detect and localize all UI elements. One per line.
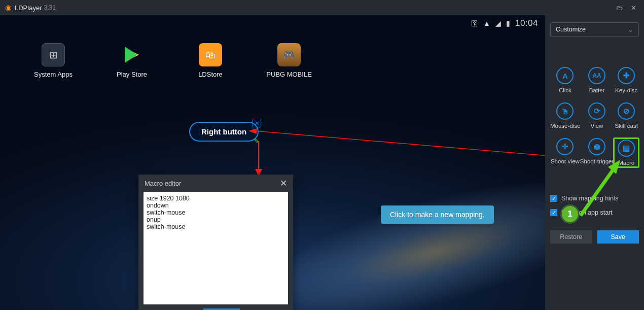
checkbox-icon: ✓ (550, 195, 557, 202)
tool-label: Click (559, 87, 571, 93)
mapping-tip: Click to make a new mapping. (381, 205, 494, 224)
tool-shoot-view-icon: ✛ (556, 138, 574, 155)
mapping-chip-right-button[interactable]: Right button (189, 122, 259, 142)
macro-editor-textarea[interactable] (144, 192, 288, 304)
chip-delete-icon[interactable]: ✕ (253, 119, 261, 127)
signal-icon: ◢ (495, 19, 501, 27)
tool-label: View (591, 123, 603, 129)
keymap-sidebar: Customize ⌄ AClick AABatter ✚Key-disc 🖱M… (545, 15, 644, 310)
tool-view-icon: ⟳ (588, 102, 605, 120)
tool-label: Skill cast (615, 123, 637, 129)
checkbox-icon: ✓ (550, 209, 557, 216)
tool-shoot-trigger-icon: ◉ (588, 138, 605, 155)
tool-click[interactable]: AClick (550, 67, 580, 93)
app-play-store[interactable]: Play Store (114, 43, 150, 78)
side-buttons: Restore Save (550, 230, 639, 244)
app-label: System Apps (34, 71, 73, 78)
dropdown-label: Customize (556, 26, 586, 33)
tool-label: Key-disc (615, 87, 637, 93)
folder-apps-icon: ⊞ (49, 49, 58, 61)
macro-editor-header: Macro editor ✕ (138, 175, 293, 192)
emulator-screen[interactable]: ⚿ ▲ ◢ ▮ 10:04 ⊞ System Apps Play Store 🛍… (0, 15, 545, 310)
tool-macro[interactable]: ▤Macro (614, 138, 639, 167)
ldstore-icon: 🛍 (205, 49, 216, 61)
tool-skill-cast-icon: ⊘ (618, 102, 635, 120)
annotation-arrow-down (251, 141, 266, 177)
close-icon[interactable]: ✕ (628, 2, 639, 13)
annotation-badge-1: 1 (562, 206, 578, 222)
check-label: Show mapping hints (561, 195, 619, 202)
restore-button[interactable]: Restore (550, 230, 592, 244)
svg-marker-0 (125, 47, 137, 63)
macro-save-button[interactable]: Save (203, 308, 241, 311)
tool-key-disc-icon: ✚ (618, 67, 635, 84)
tool-skill-cast[interactable]: ⊘Skill cast (614, 102, 639, 129)
android-status-bar: ⚿ ▲ ◢ ▮ 10:04 (471, 18, 538, 28)
app-title: LDPlayer (15, 4, 42, 12)
desktop-icons: ⊞ System Apps Play Store 🛍 LDStore 🎮 PUB… (35, 43, 307, 78)
macro-editor-footer: (x=897 y=402) Save Macro help (138, 307, 293, 310)
tool-grid: AClick AABatter ✚Key-disc 🖱Mouse-disc ⟳V… (550, 67, 639, 167)
chip-label: Right button (201, 127, 246, 136)
app-label: Play Store (117, 71, 147, 78)
tool-view[interactable]: ⟳View (580, 102, 614, 129)
check-show-mapping-hints[interactable]: ✓Show mapping hints (550, 195, 639, 202)
macro-editor-window: Macro editor ✕ (x=897 y=402) Save Macro … (138, 175, 293, 310)
tool-mouse-disc[interactable]: 🖱Mouse-disc (550, 102, 580, 129)
tool-batter[interactable]: AABatter (580, 67, 614, 93)
app-system-apps[interactable]: ⊞ System Apps (35, 43, 71, 78)
battery-icon: ▮ (506, 19, 510, 27)
tool-click-icon: A (556, 67, 574, 84)
macro-editor-close-icon[interactable]: ✕ (280, 178, 287, 189)
app-version: 3.31 (44, 4, 55, 11)
tool-label: Batter (589, 87, 605, 93)
tool-shoot-view[interactable]: ✛Shoot-view (550, 138, 580, 167)
profile-dropdown[interactable]: Customize ⌄ (550, 22, 639, 37)
app-ldstore[interactable]: 🛍 LDStore (193, 43, 228, 78)
tool-key-disc[interactable]: ✚Key-disc (614, 67, 639, 93)
pubg-icon: 🎮 (283, 49, 295, 61)
app-label: LDStore (198, 71, 223, 78)
play-store-icon (122, 45, 142, 65)
key-icon: ⚿ (471, 19, 478, 27)
tool-label: Mouse-disc (550, 123, 580, 129)
tool-macro-icon: ▤ (618, 140, 635, 157)
title-bar: ◉ LDPlayer 3.31 🗁 ✕ (0, 0, 644, 15)
app-logo-icon: ◉ (5, 3, 12, 12)
chip-edit-icon[interactable]: ✎ (254, 137, 260, 145)
save-button[interactable]: Save (597, 230, 639, 244)
app-label: PUBG MOBILE (266, 71, 312, 78)
app-pubg[interactable]: 🎮 PUBG MOBILE (271, 43, 307, 78)
macro-editor-title: Macro editor (145, 180, 181, 187)
tool-label: Shoot-trigger (580, 158, 614, 164)
tool-shoot-trigger[interactable]: ◉Shoot-trigger (580, 138, 614, 167)
folder-icon[interactable]: 🗁 (614, 2, 625, 13)
tool-mouse-disc-icon: 🖱 (556, 102, 574, 120)
tool-batter-icon: AA (588, 67, 605, 84)
clock: 10:04 (515, 18, 538, 28)
wifi-icon: ▲ (483, 19, 490, 27)
chevron-down-icon: ⌄ (628, 26, 633, 33)
tool-label: Macro (618, 160, 634, 166)
tool-label: Shoot-view (551, 158, 580, 164)
